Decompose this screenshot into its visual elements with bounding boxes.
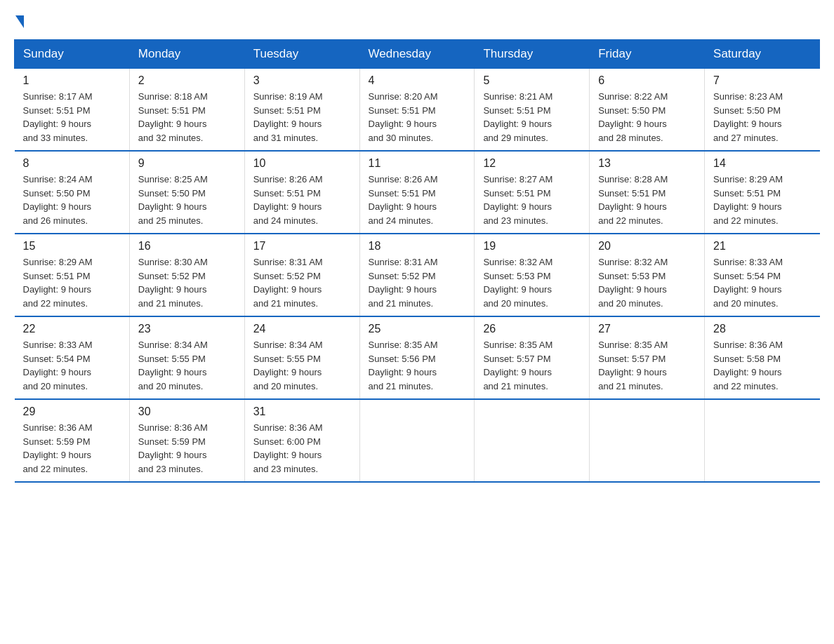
day-number: 16 [138,240,236,253]
day-number: 15 [23,240,121,253]
day-number: 2 [138,74,236,87]
day-number: 4 [369,74,466,87]
day-number: 3 [253,74,351,87]
day-number: 28 [713,323,811,335]
week-row-3: 15 Sunrise: 8:29 AM Sunset: 5:51 PM Dayl… [15,234,820,316]
logo [14,14,24,28]
day-number: 9 [138,157,236,170]
day-number: 13 [598,157,696,170]
header-day-friday: Friday [590,40,705,69]
day-info: Sunrise: 8:36 AM Sunset: 5:58 PM Dayligh… [713,338,811,393]
day-info: Sunrise: 8:32 AM Sunset: 5:53 PM Dayligh… [483,255,581,310]
day-info: Sunrise: 8:35 AM Sunset: 5:57 PM Dayligh… [483,338,581,393]
week-row-2: 8 Sunrise: 8:24 AM Sunset: 5:50 PM Dayli… [15,151,820,234]
day-number: 25 [369,323,466,335]
calendar-cell [705,399,820,482]
day-number: 24 [253,323,351,335]
day-number: 5 [483,74,581,87]
calendar-cell: 2 Sunrise: 8:18 AM Sunset: 5:51 PM Dayli… [129,69,244,152]
day-info: Sunrise: 8:26 AM Sunset: 5:51 PM Dayligh… [369,173,466,227]
calendar-cell: 11 Sunrise: 8:26 AM Sunset: 5:51 PM Dayl… [359,151,475,234]
day-info: Sunrise: 8:29 AM Sunset: 5:51 PM Dayligh… [713,173,811,227]
calendar-cell: 27 Sunrise: 8:35 AM Sunset: 5:57 PM Dayl… [590,316,705,399]
day-info: Sunrise: 8:36 AM Sunset: 5:59 PM Dayligh… [138,421,236,476]
day-number: 7 [713,74,811,87]
calendar-cell: 17 Sunrise: 8:31 AM Sunset: 5:52 PM Dayl… [244,234,359,316]
calendar-cell [590,399,705,482]
calendar-cell: 1 Sunrise: 8:17 AM Sunset: 5:51 PM Dayli… [15,69,130,152]
page-header [14,14,820,28]
day-number: 18 [369,240,466,253]
header-day-thursday: Thursday [475,40,590,69]
day-info: Sunrise: 8:31 AM Sunset: 5:52 PM Dayligh… [369,255,466,310]
day-info: Sunrise: 8:33 AM Sunset: 5:54 PM Dayligh… [23,338,121,393]
calendar-cell: 4 Sunrise: 8:20 AM Sunset: 5:51 PM Dayli… [359,69,475,152]
logo-triangle-icon [15,15,24,28]
day-info: Sunrise: 8:19 AM Sunset: 5:51 PM Dayligh… [253,90,351,145]
day-number: 26 [483,323,581,335]
day-info: Sunrise: 8:31 AM Sunset: 5:52 PM Dayligh… [253,255,351,310]
calendar-cell: 12 Sunrise: 8:27 AM Sunset: 5:51 PM Dayl… [475,151,590,234]
day-info: Sunrise: 8:27 AM Sunset: 5:51 PM Dayligh… [483,173,581,227]
day-info: Sunrise: 8:18 AM Sunset: 5:51 PM Dayligh… [138,90,236,145]
calendar-cell: 19 Sunrise: 8:32 AM Sunset: 5:53 PM Dayl… [475,234,590,316]
day-number: 23 [138,323,236,335]
day-number: 22 [23,323,121,335]
calendar-cell: 13 Sunrise: 8:28 AM Sunset: 5:51 PM Dayl… [590,151,705,234]
day-info: Sunrise: 8:28 AM Sunset: 5:51 PM Dayligh… [598,173,696,227]
day-info: Sunrise: 8:26 AM Sunset: 5:51 PM Dayligh… [253,173,351,227]
header-day-wednesday: Wednesday [359,40,475,69]
calendar-cell: 31 Sunrise: 8:36 AM Sunset: 6:00 PM Dayl… [244,399,359,482]
calendar-cell: 24 Sunrise: 8:34 AM Sunset: 5:55 PM Dayl… [244,316,359,399]
calendar-cell: 3 Sunrise: 8:19 AM Sunset: 5:51 PM Dayli… [244,69,359,152]
calendar-cell: 5 Sunrise: 8:21 AM Sunset: 5:51 PM Dayli… [475,69,590,152]
header-day-monday: Monday [129,40,244,69]
day-number: 8 [23,157,121,170]
calendar-cell [475,399,590,482]
calendar-cell: 22 Sunrise: 8:33 AM Sunset: 5:54 PM Dayl… [15,316,130,399]
day-info: Sunrise: 8:24 AM Sunset: 5:50 PM Dayligh… [23,173,121,227]
day-info: Sunrise: 8:22 AM Sunset: 5:50 PM Dayligh… [598,90,696,145]
week-row-4: 22 Sunrise: 8:33 AM Sunset: 5:54 PM Dayl… [15,316,820,399]
calendar-cell: 21 Sunrise: 8:33 AM Sunset: 5:54 PM Dayl… [705,234,820,316]
calendar-cell: 14 Sunrise: 8:29 AM Sunset: 5:51 PM Dayl… [705,151,820,234]
calendar-cell: 9 Sunrise: 8:25 AM Sunset: 5:50 PM Dayli… [129,151,244,234]
day-info: Sunrise: 8:30 AM Sunset: 5:52 PM Dayligh… [138,255,236,310]
day-info: Sunrise: 8:36 AM Sunset: 5:59 PM Dayligh… [23,421,121,476]
day-number: 31 [253,405,351,418]
day-number: 17 [253,240,351,253]
week-row-1: 1 Sunrise: 8:17 AM Sunset: 5:51 PM Dayli… [15,69,820,152]
day-number: 19 [483,240,581,253]
day-info: Sunrise: 8:21 AM Sunset: 5:51 PM Dayligh… [483,90,581,145]
header-day-sunday: Sunday [15,40,130,69]
day-number: 6 [598,74,696,87]
calendar-cell: 15 Sunrise: 8:29 AM Sunset: 5:51 PM Dayl… [15,234,130,316]
day-info: Sunrise: 8:36 AM Sunset: 6:00 PM Dayligh… [253,421,351,476]
day-number: 11 [369,157,466,170]
calendar-cell: 26 Sunrise: 8:35 AM Sunset: 5:57 PM Dayl… [475,316,590,399]
calendar-cell [359,399,475,482]
calendar-cell: 25 Sunrise: 8:35 AM Sunset: 5:56 PM Dayl… [359,316,475,399]
calendar-cell: 28 Sunrise: 8:36 AM Sunset: 5:58 PM Dayl… [705,316,820,399]
day-number: 29 [23,405,121,418]
calendar-cell: 30 Sunrise: 8:36 AM Sunset: 5:59 PM Dayl… [129,399,244,482]
day-number: 21 [713,240,811,253]
day-info: Sunrise: 8:34 AM Sunset: 5:55 PM Dayligh… [138,338,236,393]
calendar-cell: 10 Sunrise: 8:26 AM Sunset: 5:51 PM Dayl… [244,151,359,234]
calendar-cell: 6 Sunrise: 8:22 AM Sunset: 5:50 PM Dayli… [590,69,705,152]
day-number: 12 [483,157,581,170]
calendar-cell: 18 Sunrise: 8:31 AM Sunset: 5:52 PM Dayl… [359,234,475,316]
day-info: Sunrise: 8:34 AM Sunset: 5:55 PM Dayligh… [253,338,351,393]
calendar-cell: 23 Sunrise: 8:34 AM Sunset: 5:55 PM Dayl… [129,316,244,399]
day-info: Sunrise: 8:17 AM Sunset: 5:51 PM Dayligh… [23,90,121,145]
calendar-header-row: SundayMondayTuesdayWednesdayThursdayFrid… [15,40,820,69]
week-row-5: 29 Sunrise: 8:36 AM Sunset: 5:59 PM Dayl… [15,399,820,482]
calendar-cell: 8 Sunrise: 8:24 AM Sunset: 5:50 PM Dayli… [15,151,130,234]
day-number: 27 [598,323,696,335]
day-number: 30 [138,405,236,418]
day-number: 1 [23,74,121,87]
day-info: Sunrise: 8:35 AM Sunset: 5:57 PM Dayligh… [598,338,696,393]
calendar-cell: 7 Sunrise: 8:23 AM Sunset: 5:50 PM Dayli… [705,69,820,152]
day-info: Sunrise: 8:29 AM Sunset: 5:51 PM Dayligh… [23,255,121,310]
day-info: Sunrise: 8:32 AM Sunset: 5:53 PM Dayligh… [598,255,696,310]
